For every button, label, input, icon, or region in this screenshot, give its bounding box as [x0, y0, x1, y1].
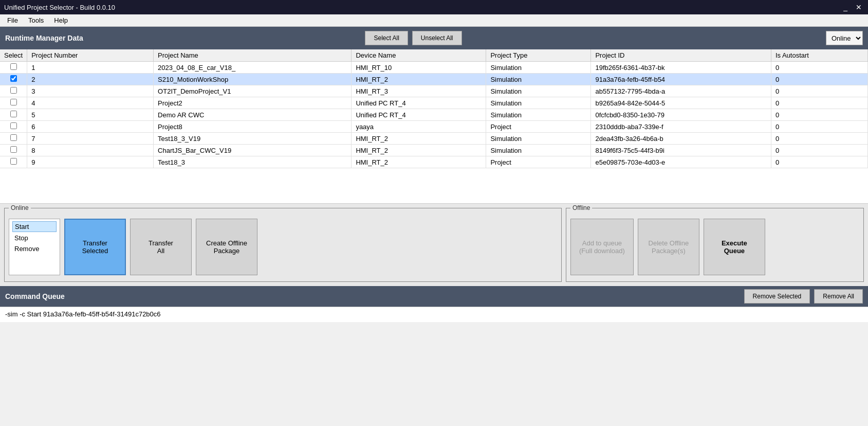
cell-5: 0 [771, 109, 867, 121]
table-row[interactable]: 9Test18_3HMI_RT_2Projecte5e09875-703e-4d… [0, 156, 868, 168]
row-checkbox[interactable] [0, 97, 27, 109]
cell-1: S210_MotionWorkShop [154, 74, 352, 85]
col-project-number: Project Number [27, 49, 154, 62]
row-checkbox[interactable] [0, 133, 27, 145]
cell-5: 0 [771, 62, 867, 74]
menu-help[interactable]: Help [49, 15, 73, 25]
menu-bar: File Tools Help [0, 14, 868, 27]
row-checkbox[interactable] [0, 109, 27, 121]
projects-table: Select Project Number Project Name Devic… [0, 49, 868, 168]
cell-5: 0 [771, 156, 867, 168]
row-checkbox[interactable] [0, 85, 27, 97]
offline-group-inner: Add to queue(Full download) Delete Offli… [570, 212, 859, 277]
cell-1: Project2 [154, 97, 352, 109]
delete-offline-package-button[interactable]: Delete OfflinePackage(s) [638, 219, 699, 275]
online-legend: Online [9, 204, 31, 211]
add-to-queue-button[interactable]: Add to queue(Full download) [570, 219, 634, 275]
window-controls: _ ✕ [841, 3, 864, 11]
col-project-id: Project ID [591, 49, 771, 62]
table-row[interactable]: 6Project8yaayaProject2310dddb-aba7-339e-… [0, 121, 868, 133]
col-select: Select [0, 49, 27, 62]
cell-4: b9265a94-842e-5044-5 [591, 97, 771, 109]
cell-2: Unified PC RT_4 [352, 109, 486, 121]
cell-3: Simulation [486, 97, 591, 109]
cell-4: 8149f6f3-75c5-44f3-b9i [591, 145, 771, 156]
cell-2: HMI_RT_10 [352, 62, 486, 74]
cell-5: 0 [771, 145, 867, 156]
cell-0: 7 [27, 133, 154, 145]
action-remove[interactable]: Remove [12, 244, 57, 254]
remove-all-button[interactable]: Remove All [814, 289, 863, 304]
cell-3: Simulation [486, 133, 591, 145]
offline-legend: Offline [570, 204, 592, 211]
cell-3: Simulation [486, 109, 591, 121]
minimize-button[interactable]: _ [841, 3, 849, 11]
row-checkbox[interactable] [0, 62, 27, 74]
cell-4: 19fb265f-6361-4b37-bk [591, 62, 771, 74]
offline-group: Offline Add to queue(Full download) Dele… [566, 208, 864, 282]
col-project-type: Project Type [486, 49, 591, 62]
command-queue-title: Command Queue [5, 292, 740, 300]
table-row[interactable]: 8ChartJS_Bar_CWC_V19HMI_RT_2Simulation81… [0, 145, 868, 156]
cell-0: 3 [27, 85, 154, 97]
remove-selected-button[interactable]: Remove Selected [744, 289, 810, 304]
projects-table-container: Select Project Number Project Name Devic… [0, 49, 868, 204]
cell-0: 8 [27, 145, 154, 156]
transfer-selected-button[interactable]: TransferSelected [64, 219, 126, 275]
row-checkbox[interactable] [0, 74, 27, 85]
table-row[interactable]: 7Test18_3_V19HMI_RT_2Simulation2dea43fb-… [0, 133, 868, 145]
create-offline-package-button[interactable]: Create OfflinePackage [196, 219, 257, 275]
cell-0: 5 [27, 109, 154, 121]
cell-2: HMI_RT_3 [352, 85, 486, 97]
table-row[interactable]: 12023_04_08_E_car_V18_HMI_RT_10Simulatio… [0, 62, 868, 74]
row-checkbox[interactable] [0, 121, 27, 133]
select-all-button[interactable]: Select All [365, 31, 408, 45]
table-row[interactable]: 5Demo AR CWCUnified PC RT_4Simulation0fc… [0, 109, 868, 121]
cell-3: Simulation [486, 85, 591, 97]
cell-4: 91a3a76a-fefb-45ff-b54 [591, 74, 771, 85]
cell-1: Test18_3 [154, 156, 352, 168]
col-autostart: Is Autostart [771, 49, 867, 62]
cell-4: 2310dddb-aba7-339e-f [591, 121, 771, 133]
cell-0: 2 [27, 74, 154, 85]
cell-5: 0 [771, 97, 867, 109]
cell-3: Project [486, 121, 591, 133]
cell-3: Project [486, 156, 591, 168]
cell-3: Simulation [486, 62, 591, 74]
action-start[interactable]: Start [12, 221, 57, 232]
cell-0: 4 [27, 97, 154, 109]
cell-0: 6 [27, 121, 154, 133]
unselect-all-button[interactable]: Unselect All [412, 31, 462, 45]
online-group: Online Start Stop Remove TransferSelecte… [4, 208, 562, 282]
menu-file[interactable]: File [2, 15, 23, 25]
col-device-name: Device Name [352, 49, 486, 62]
cell-0: 9 [27, 156, 154, 168]
row-checkbox[interactable] [0, 145, 27, 156]
bottom-panel: Online Start Stop Remove TransferSelecte… [0, 204, 868, 286]
table-row[interactable]: 4Project2Unified PC RT_4Simulationb9265a… [0, 97, 868, 109]
menu-tools[interactable]: Tools [23, 15, 49, 25]
online-select[interactable]: Online Offline [826, 31, 863, 45]
cell-1: Demo AR CWC [154, 109, 352, 121]
cell-2: yaaya [352, 121, 486, 133]
execute-queue-button[interactable]: ExecuteQueue [704, 219, 765, 275]
command-queue-bar: Command Queue Remove Selected Remove All [0, 286, 868, 307]
cell-1: OT2IT_DemoProject_V1 [154, 85, 352, 97]
table-row[interactable]: 3OT2IT_DemoProject_V1HMI_RT_3Simulationa… [0, 85, 868, 97]
table-row[interactable]: 2S210_MotionWorkShopHMI_RT_2Simulation91… [0, 74, 868, 85]
cell-2: Unified PC RT_4 [352, 97, 486, 109]
toolbar-title: Runtime Manager Data [5, 34, 361, 42]
action-stop[interactable]: Stop [12, 233, 57, 243]
cell-1: ChartJS_Bar_CWC_V19 [154, 145, 352, 156]
cell-5: 0 [771, 85, 867, 97]
cell-4: 2dea43fb-3a26-4b6a-b [591, 133, 771, 145]
close-button[interactable]: ✕ [854, 3, 864, 11]
row-checkbox[interactable] [0, 156, 27, 168]
cell-2: HMI_RT_2 [352, 145, 486, 156]
cell-5: 0 [771, 133, 867, 145]
cell-5: 0 [771, 74, 867, 85]
cell-4: e5e09875-703e-4d03-e [591, 156, 771, 168]
cell-3: Simulation [486, 145, 591, 156]
table-header: Select Project Number Project Name Devic… [0, 49, 868, 62]
transfer-all-button[interactable]: TransferAll [130, 219, 192, 275]
